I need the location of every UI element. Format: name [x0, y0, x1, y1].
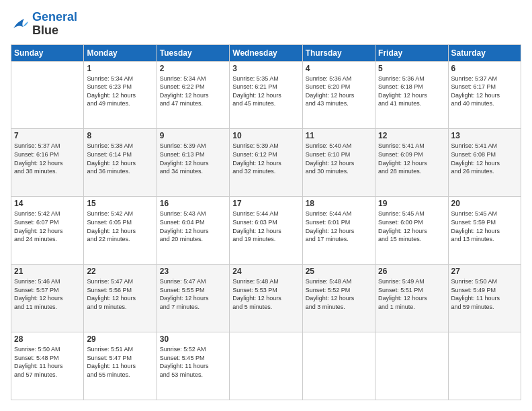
day-info: Sunrise: 5:34 AMSunset: 6:22 PMDaylight:… — [160, 75, 226, 108]
day-number: 26 — [378, 267, 445, 276]
day-info: Sunrise: 5:45 AMSunset: 6:00 PMDaylight:… — [378, 210, 445, 243]
calendar-cell: 22Sunrise: 5:47 AMSunset: 5:56 PMDayligh… — [84, 265, 157, 332]
day-info: Sunrise: 5:37 AMSunset: 6:17 PMDaylight:… — [451, 75, 518, 108]
day-info: Sunrise: 5:46 AMSunset: 5:57 PMDaylight:… — [14, 277, 81, 311]
day-number: 8 — [87, 131, 153, 140]
day-number: 9 — [160, 131, 226, 140]
day-info: Sunrise: 5:49 AMSunset: 5:51 PMDaylight:… — [378, 277, 445, 311]
day-info: Sunrise: 5:41 AMSunset: 6:09 PMDaylight:… — [378, 142, 445, 175]
day-info: Sunrise: 5:36 AMSunset: 6:18 PMDaylight:… — [378, 75, 445, 108]
calendar-week-1: 1Sunrise: 5:34 AMSunset: 6:23 PMDaylight… — [11, 61, 521, 129]
day-info: Sunrise: 5:38 AMSunset: 6:14 PMDaylight:… — [87, 142, 153, 175]
day-number: 3 — [232, 64, 299, 73]
day-number: 22 — [87, 267, 153, 276]
calendar-cell: 17Sunrise: 5:44 AMSunset: 6:03 PMDayligh… — [230, 197, 302, 265]
calendar-cell: 24Sunrise: 5:48 AMSunset: 5:53 PMDayligh… — [230, 265, 302, 332]
calendar-cell: 2Sunrise: 5:34 AMSunset: 6:22 PMDaylight… — [157, 61, 229, 129]
calendar-cell: 29Sunrise: 5:51 AMSunset: 5:47 PMDayligh… — [84, 332, 157, 400]
day-info: Sunrise: 5:47 AMSunset: 5:56 PMDaylight:… — [87, 277, 153, 311]
day-info: Sunrise: 5:34 AMSunset: 6:23 PMDaylight:… — [87, 75, 153, 108]
calendar-week-4: 21Sunrise: 5:46 AMSunset: 5:57 PMDayligh… — [11, 265, 521, 332]
day-number: 1 — [87, 64, 153, 73]
calendar-cell — [11, 61, 84, 129]
day-number: 29 — [87, 334, 153, 344]
day-number: 11 — [306, 131, 372, 140]
day-info: Sunrise: 5:42 AMSunset: 6:05 PMDaylight:… — [87, 210, 153, 243]
day-info: Sunrise: 5:41 AMSunset: 6:08 PMDaylight:… — [451, 142, 518, 175]
day-number: 20 — [451, 199, 518, 208]
day-number: 16 — [160, 199, 226, 208]
day-info: Sunrise: 5:36 AMSunset: 6:20 PMDaylight:… — [306, 75, 372, 108]
day-number: 10 — [232, 131, 299, 140]
day-number: 4 — [306, 64, 372, 73]
day-info: Sunrise: 5:45 AMSunset: 5:59 PMDaylight:… — [451, 210, 518, 243]
calendar-cell: 27Sunrise: 5:50 AMSunset: 5:49 PMDayligh… — [448, 265, 521, 332]
day-number: 23 — [160, 267, 226, 276]
calendar-cell: 13Sunrise: 5:41 AMSunset: 6:08 PMDayligh… — [448, 129, 521, 197]
day-info: Sunrise: 5:39 AMSunset: 6:13 PMDaylight:… — [160, 142, 226, 175]
calendar-cell: 6Sunrise: 5:37 AMSunset: 6:17 PMDaylight… — [448, 61, 521, 129]
day-info: Sunrise: 5:37 AMSunset: 6:16 PMDaylight:… — [14, 142, 81, 175]
day-number: 28 — [14, 334, 81, 344]
day-number: 24 — [232, 267, 299, 276]
weekday-header-monday: Monday — [84, 44, 157, 61]
calendar-cell: 14Sunrise: 5:42 AMSunset: 6:07 PMDayligh… — [11, 197, 84, 265]
calendar-cell: 26Sunrise: 5:49 AMSunset: 5:51 PMDayligh… — [375, 265, 448, 332]
calendar-cell — [230, 332, 302, 400]
calendar-cell: 4Sunrise: 5:36 AMSunset: 6:20 PMDaylight… — [302, 61, 375, 129]
day-number: 27 — [451, 267, 518, 276]
calendar-cell: 15Sunrise: 5:42 AMSunset: 6:05 PMDayligh… — [84, 197, 157, 265]
logo: GeneralBlue — [11, 11, 77, 38]
calendar-cell: 19Sunrise: 5:45 AMSunset: 6:00 PMDayligh… — [375, 197, 448, 265]
day-info: Sunrise: 5:48 AMSunset: 5:52 PMDaylight:… — [306, 277, 372, 311]
weekday-header-wednesday: Wednesday — [230, 44, 302, 61]
calendar-table: SundayMondayTuesdayWednesdayThursdayFrid… — [11, 44, 521, 400]
day-info: Sunrise: 5:52 AMSunset: 5:45 PMDaylight:… — [160, 345, 226, 379]
day-info: Sunrise: 5:47 AMSunset: 5:55 PMDaylight:… — [160, 277, 226, 311]
calendar-cell — [375, 332, 448, 400]
weekday-header-tuesday: Tuesday — [157, 44, 229, 61]
day-number: 2 — [160, 64, 226, 73]
calendar-cell: 3Sunrise: 5:35 AMSunset: 6:21 PMDaylight… — [230, 61, 302, 129]
weekday-header-sunday: Sunday — [11, 44, 84, 61]
day-number: 25 — [306, 267, 372, 276]
calendar-cell: 20Sunrise: 5:45 AMSunset: 5:59 PMDayligh… — [448, 197, 521, 265]
day-info: Sunrise: 5:44 AMSunset: 6:01 PMDaylight:… — [306, 210, 372, 243]
day-number: 6 — [451, 64, 518, 73]
day-number: 12 — [378, 131, 445, 140]
day-number: 14 — [14, 199, 81, 208]
day-info: Sunrise: 5:35 AMSunset: 6:21 PMDaylight:… — [232, 75, 299, 108]
weekday-header-thursday: Thursday — [302, 44, 375, 61]
day-number: 21 — [14, 267, 81, 276]
day-number: 7 — [14, 131, 81, 140]
day-info: Sunrise: 5:44 AMSunset: 6:03 PMDaylight:… — [232, 210, 299, 243]
day-number: 15 — [87, 199, 153, 208]
calendar-cell — [448, 332, 521, 400]
calendar-cell — [302, 332, 375, 400]
calendar-cell: 11Sunrise: 5:40 AMSunset: 6:10 PMDayligh… — [302, 129, 375, 197]
calendar-cell: 25Sunrise: 5:48 AMSunset: 5:52 PMDayligh… — [302, 265, 375, 332]
calendar-cell: 5Sunrise: 5:36 AMSunset: 6:18 PMDaylight… — [375, 61, 448, 129]
calendar-cell: 7Sunrise: 5:37 AMSunset: 6:16 PMDaylight… — [11, 129, 84, 197]
weekday-header-saturday: Saturday — [448, 44, 521, 61]
day-info: Sunrise: 5:50 AMSunset: 5:48 PMDaylight:… — [14, 345, 81, 379]
day-info: Sunrise: 5:50 AMSunset: 5:49 PMDaylight:… — [451, 277, 518, 311]
calendar-cell: 12Sunrise: 5:41 AMSunset: 6:09 PMDayligh… — [375, 129, 448, 197]
calendar-cell: 28Sunrise: 5:50 AMSunset: 5:48 PMDayligh… — [11, 332, 84, 400]
calendar-cell: 16Sunrise: 5:43 AMSunset: 6:04 PMDayligh… — [157, 197, 229, 265]
day-number: 18 — [306, 199, 372, 208]
day-info: Sunrise: 5:51 AMSunset: 5:47 PMDaylight:… — [87, 345, 153, 379]
calendar-cell: 21Sunrise: 5:46 AMSunset: 5:57 PMDayligh… — [11, 265, 84, 332]
calendar-cell: 30Sunrise: 5:52 AMSunset: 5:45 PMDayligh… — [157, 332, 229, 400]
day-info: Sunrise: 5:42 AMSunset: 6:07 PMDaylight:… — [14, 210, 81, 243]
day-number: 5 — [378, 64, 445, 73]
day-number: 30 — [160, 334, 226, 344]
day-info: Sunrise: 5:43 AMSunset: 6:04 PMDaylight:… — [160, 210, 226, 243]
day-info: Sunrise: 5:40 AMSunset: 6:10 PMDaylight:… — [306, 142, 372, 175]
page-header: GeneralBlue — [11, 11, 521, 38]
calendar-week-3: 14Sunrise: 5:42 AMSunset: 6:07 PMDayligh… — [11, 197, 521, 265]
calendar-week-5: 28Sunrise: 5:50 AMSunset: 5:48 PMDayligh… — [11, 332, 521, 400]
calendar-cell: 1Sunrise: 5:34 AMSunset: 6:23 PMDaylight… — [84, 61, 157, 129]
logo-text: GeneralBlue — [32, 11, 77, 38]
day-info: Sunrise: 5:39 AMSunset: 6:12 PMDaylight:… — [232, 142, 299, 175]
